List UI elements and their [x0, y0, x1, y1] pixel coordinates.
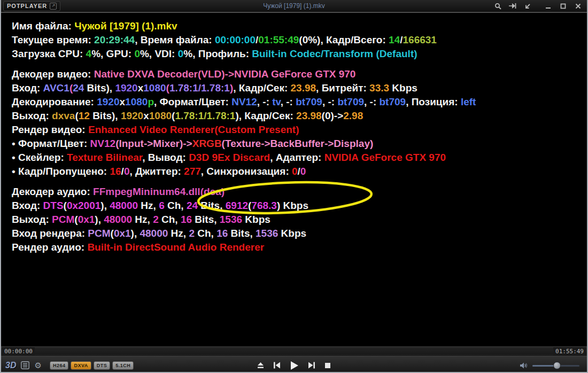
volume-icon[interactable] [520, 362, 528, 369]
pin-icon[interactable] [509, 2, 516, 10]
osd-line: Текущее время: 20:29:44, Время файла: 00… [12, 33, 585, 47]
titlebar[interactable]: POTPLAYER ↗ Чужой [1979] (1).mkv [1, 0, 587, 12]
osd-line: Вход: AVC1(24 Bits), 1920x1080(1.78:1/1.… [12, 81, 585, 95]
maximize-button[interactable] [559, 2, 567, 10]
previous-button[interactable] [273, 362, 281, 369]
search-icon[interactable] [494, 2, 501, 10]
playlist-icon[interactable] [21, 361, 29, 369]
osd-line: Декодер видео: Native DXVA Decoder(VLD)-… [12, 67, 585, 81]
expand-icon: ↗ [50, 3, 57, 10]
settings-gear-icon[interactable]: ⚙ [34, 361, 41, 370]
current-time: 00:00:00 [2, 347, 35, 355]
volume-slider[interactable] [532, 362, 579, 369]
osd-line: Загрузка CPU: 4%, GPU: 0%, VDI: 0%, Проф… [12, 47, 585, 61]
osd-line: Вход: DTS(0x2001), 48000 Hz, 6 Ch, 24 Bi… [12, 199, 585, 213]
codec-badges: H264DXVADTS5.1CH [50, 361, 134, 370]
potplayer-logo[interactable]: POTPLAYER ↗ [3, 1, 60, 11]
play-button[interactable] [290, 361, 299, 370]
badge-dts[interactable]: DTS [94, 361, 111, 370]
stop-button[interactable] [324, 362, 331, 369]
osd-line: Рендер аудио: Built-in DirectSound Audio… [12, 240, 585, 254]
osd-line: • Формат/Цвет: NV12(Input->Mixer)->XRGB(… [12, 137, 585, 151]
open-eject-button[interactable] [257, 362, 264, 369]
osd-line: Имя файла: Чужой [1979] (1).mkv [12, 19, 585, 33]
close-button[interactable] [574, 2, 582, 10]
total-time: 01:55:49 [553, 347, 586, 355]
osd-line: • Кадр/Пропущено: 16/0, Джиттер: 277, Си… [12, 165, 585, 178]
potplayer-window: POTPLAYER ↗ Чужой [1979] (1).mkv [0, 0, 588, 373]
osd-line: Декодер аудио: FFmpegMininum64.dll(dca) [12, 185, 585, 199]
osd-line: • Скейлер: Texture Bilinear, Вывод: D3D … [12, 151, 585, 165]
next-button[interactable] [308, 362, 315, 369]
badge-h264[interactable]: H264 [50, 361, 69, 370]
volume-knob[interactable] [553, 362, 561, 369]
seekbar[interactable]: 00:00:00 01:55:49 [1, 346, 587, 356]
osd-overlay: Имя файла: Чужой [1979] (1).mkvТекущее в… [12, 19, 585, 261]
control-bar: 3D ⚙ H264DXVADTS5.1CH [1, 356, 587, 373]
seek-track[interactable] [1, 348, 587, 354]
badge-dxva[interactable]: DXVA [71, 361, 91, 370]
badge-5.1ch[interactable]: 5.1CH [112, 361, 134, 370]
osd-line: Выход: PCM(0x1), 48000 Hz, 2 Ch, 16 Bits… [12, 213, 585, 227]
osd-line: Вход рендера: PCM(0x1), 48000 Hz, 2 Ch, … [12, 227, 585, 240]
minimize-button[interactable] [544, 2, 552, 10]
scale-arrow-icon[interactable] [524, 2, 531, 10]
osd-line: Выход: dxva(12 Bits), 1920x1080(1.78:1/1… [12, 109, 585, 123]
osd-line: Декодирование: 1920x1080p, Формат/Цвет: … [12, 95, 585, 109]
video-area[interactable]: Имя файла: Чужой [1979] (1).mkvТекущее в… [1, 12, 587, 346]
brand-text: POTPLAYER [7, 3, 47, 9]
3d-mode-button[interactable]: 3D [5, 361, 16, 370]
osd-line: Рендер видео: Enhanced Video Renderer(Cu… [12, 123, 585, 137]
